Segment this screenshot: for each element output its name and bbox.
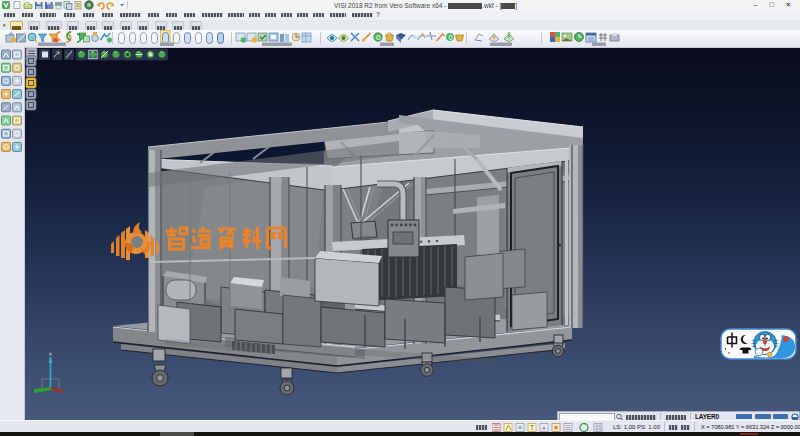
svg-text:0: 0 [448, 33, 452, 42]
svg-text:0: 0 [376, 33, 381, 42]
svg-text:T: T [530, 424, 535, 431]
